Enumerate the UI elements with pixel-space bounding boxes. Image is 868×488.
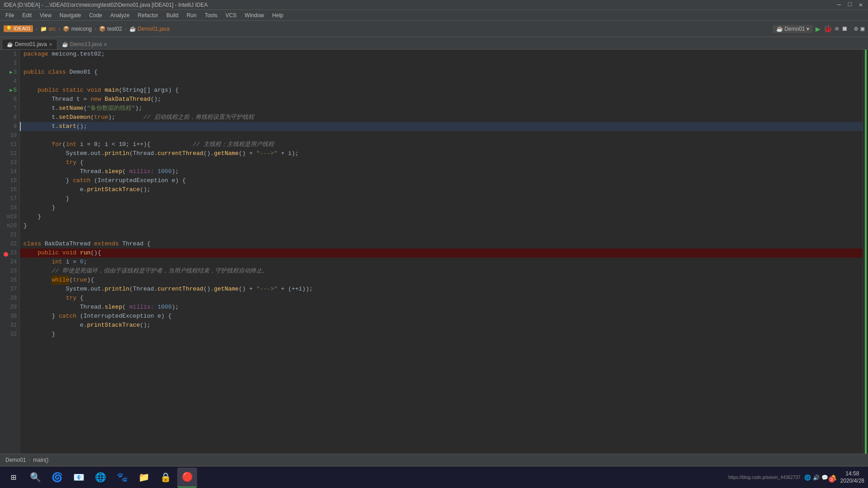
- code-line-28: try {: [20, 294, 863, 303]
- menu-item-navigate[interactable]: Navigate: [56, 11, 85, 19]
- code-line-10: [20, 131, 863, 140]
- breadcrumb-demo01[interactable]: Demo01: [5, 457, 26, 463]
- menu-item-run[interactable]: Run: [183, 11, 200, 19]
- line-num-24: 24: [3, 258, 17, 267]
- explorer-button[interactable]: 📁: [134, 468, 154, 488]
- code-line-11: for(int i = 0; i < 10; i++){ // 主线程；主线程是…: [20, 140, 863, 149]
- code-line-22: class BakDataThread extends Thread {: [20, 239, 863, 249]
- breadcrumb-main[interactable]: main(): [33, 457, 48, 463]
- right-gutter[interactable]: [863, 50, 868, 454]
- toolbar: 💡 IDEA01 › 📁 src › 📦 meicong › 📦 test02 …: [0, 21, 868, 37]
- code-line-23: public void run(){: [20, 249, 863, 258]
- menu-bar: FileEditViewNavigateCodeAnalyzeRefactorB…: [0, 10, 868, 21]
- line-num-25: 25: [3, 267, 17, 276]
- line-num-22: 22: [3, 239, 17, 249]
- code-line-20: }: [20, 221, 863, 230]
- taskbar: ⊞ 🔍 🌀 📧 🌐 🐾 📁 🔒 🔴 https://blog.csdn.p/se…: [0, 466, 868, 488]
- menu-item-analyze[interactable]: Analyze: [107, 11, 133, 19]
- taskbar-right: https://blog.csdn.p/seixin_44362737 🌐 🔊 …: [728, 470, 864, 484]
- line-num-10: 10: [3, 131, 17, 140]
- menu-item-window[interactable]: Window: [241, 11, 268, 19]
- menu-item-view[interactable]: View: [36, 11, 55, 19]
- tab-demo13-label: Demo13.java: [70, 41, 102, 47]
- code-line-32: }: [20, 330, 863, 339]
- tab-bar: ☕ Demo01.java ✕ ☕ Demo13.java ✕: [0, 37, 868, 50]
- search-button[interactable]: 🔍: [25, 468, 45, 488]
- menu-item-refactor[interactable]: Refactor: [134, 11, 162, 19]
- idea-icon: 💡 IDEA01: [4, 25, 33, 32]
- src-folder[interactable]: 📁 src: [40, 26, 56, 32]
- code-line-4: [20, 77, 863, 86]
- line-num-16: 16: [3, 185, 17, 194]
- menu-item-file[interactable]: File: [2, 11, 18, 19]
- line-num-17: 17: [3, 194, 17, 203]
- code-line-15: } catch (InterruptedException e) {: [20, 176, 863, 185]
- line-num-23: 23: [3, 249, 17, 258]
- toolbar-right: ☕ Demo01 ▾ ▶ 🐞 ⊘ ⏹ ⚙ ▣: [773, 24, 864, 34]
- tab-demo13[interactable]: ☕ Demo13.java ✕: [57, 39, 112, 49]
- taskbar-clock[interactable]: 14:58 2020/4/28: [840, 470, 864, 484]
- line-num-31: 31: [3, 321, 17, 330]
- line-num-6: 6: [3, 95, 17, 104]
- tray-icon-3[interactable]: 💬: [821, 474, 828, 481]
- menu-item-code[interactable]: Code: [85, 11, 106, 19]
- tab-demo01[interactable]: ☕ Demo01.java ✕: [2, 39, 57, 49]
- close-button[interactable]: ✕: [857, 1, 864, 9]
- line-num-18: 18: [3, 203, 17, 212]
- coverage-button[interactable]: ⊘: [835, 25, 839, 33]
- taskview-button[interactable]: 🌀: [47, 468, 67, 488]
- menu-item-edit[interactable]: Edit: [19, 11, 35, 19]
- start-button[interactable]: ⊞: [4, 468, 24, 488]
- line-num-1: 1: [3, 50, 17, 59]
- maximize-button[interactable]: □: [846, 1, 854, 9]
- run-icon-5[interactable]: ▶: [9, 88, 13, 93]
- notification-badge: 3: [829, 476, 835, 483]
- breadcrumb-bar: Demo01 › main(): [0, 454, 868, 466]
- run-button[interactable]: ▶: [816, 24, 821, 34]
- menu-item-vcs[interactable]: VCS: [222, 11, 241, 19]
- run-config-selector[interactable]: ☕ Demo01 ▾: [773, 25, 813, 33]
- tab-demo01-close[interactable]: ✕: [49, 42, 52, 47]
- notification-button[interactable]: 🔔 3: [830, 474, 837, 481]
- minimize-button[interactable]: —: [835, 1, 843, 9]
- tray-icon-2[interactable]: 🔊: [813, 474, 820, 481]
- test02-package[interactable]: 📦 test02: [99, 26, 122, 32]
- security-button[interactable]: 🔒: [156, 468, 175, 488]
- tray-icon-1[interactable]: 🌐: [804, 474, 811, 481]
- idea-taskbar-button[interactable]: 🔴: [177, 468, 197, 488]
- line-num-20: ⊟20: [3, 221, 17, 230]
- fold-arrow-3[interactable]: ▶: [9, 70, 13, 75]
- menu-item-help[interactable]: Help: [269, 11, 287, 19]
- line-num-13: 13: [3, 158, 17, 167]
- tab-demo13-close[interactable]: ✕: [104, 42, 107, 47]
- title-bar: IDEA [D:\IDEA] - ...\IDEA01\src\meicong\…: [0, 0, 868, 10]
- code-area[interactable]: package meicong.test02; public class Dem…: [20, 50, 863, 454]
- settings-button[interactable]: ⚙: [854, 25, 858, 33]
- mail-button[interactable]: 📧: [69, 468, 89, 488]
- line-num-28: 28: [3, 294, 17, 303]
- stop-button[interactable]: ⏹: [841, 25, 848, 33]
- line-num-15: 15: [3, 176, 17, 185]
- toolbar-breadcrumbs: 💡 IDEA01 › 📁 src › 📦 meicong › 📦 test02 …: [4, 25, 170, 32]
- code-line-13: try {: [20, 158, 863, 167]
- code-line-12: System.out.println(Thread.currentThread(…: [20, 149, 863, 158]
- title-bar-controls: — □ ✕: [835, 1, 864, 9]
- code-line-1: package meicong.test02;: [20, 50, 863, 59]
- menu-item-build[interactable]: Build: [163, 11, 182, 19]
- layout-button[interactable]: ▣: [861, 25, 864, 33]
- menu-item-tools[interactable]: Tools: [201, 11, 221, 19]
- meicong-package[interactable]: 📦 meicong: [63, 26, 92, 32]
- line-numbers: 1 2 ▶3 4 ▶5 6 7 8 9 10 11 12 13 14 15 16…: [0, 50, 20, 454]
- baidu-button[interactable]: 🐾: [112, 468, 132, 488]
- code-line-16: e.printStackTrace();: [20, 185, 863, 194]
- line-num-2: 2: [3, 59, 17, 68]
- code-line-5: public static void main(String[] args) {: [20, 86, 863, 95]
- demo01-file[interactable]: ☕ Demo01.java: [129, 26, 170, 32]
- edge-button[interactable]: 🌐: [90, 468, 110, 488]
- line-num-8: 8: [3, 113, 17, 122]
- debug-button[interactable]: 🐞: [823, 24, 832, 33]
- code-line-17: }: [20, 194, 863, 203]
- line-num-21: 21: [3, 230, 17, 239]
- line-num-7: 7: [3, 104, 17, 113]
- time-display: 14:58: [840, 470, 864, 478]
